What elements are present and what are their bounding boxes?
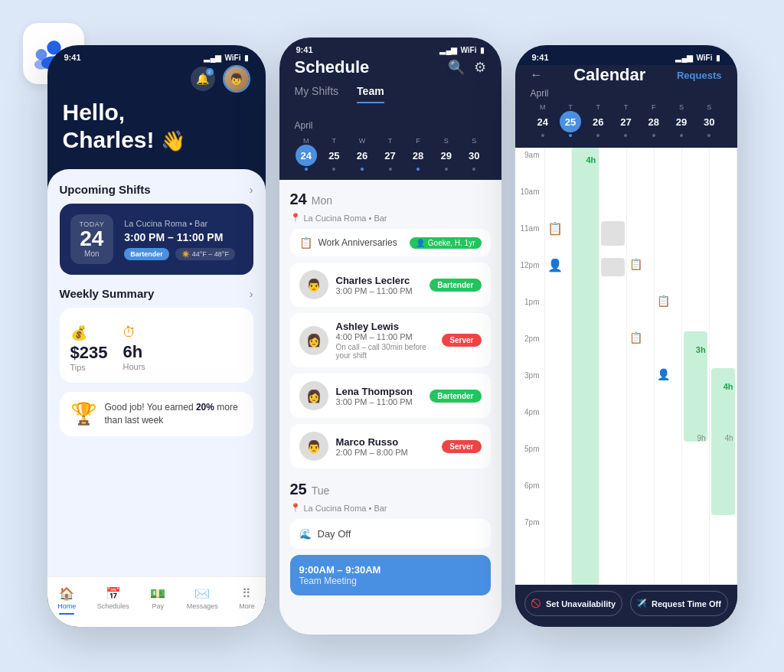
- dayoff-icon: 🌊: [299, 528, 312, 540]
- time-charles: 3:00 PM – 11:00 PM: [336, 286, 423, 295]
- time-labels: 9am 10am 11am 12pm 1pm 2pm 3pm 4pm 5pm 6…: [515, 148, 544, 585]
- date-chip-24[interactable]: M 24: [295, 137, 318, 171]
- date-chip-30[interactable]: S 30: [462, 137, 486, 171]
- month-label-2: April: [295, 120, 486, 131]
- day-num-25: 25: [290, 481, 307, 498]
- cal-bottom-btns: 🚫 Set Unavailability ✈️ Request Time Off: [515, 585, 737, 627]
- unavailability-label: Set Unavailability: [546, 599, 616, 608]
- date-strip-dates-2: M 24 T 25 W 26 T 27: [295, 137, 486, 171]
- note-ashley: On call – call 30min before your shift: [336, 343, 435, 360]
- cal-chip-29[interactable]: S 29: [669, 103, 694, 137]
- person-marco[interactable]: 👨 Marco Russo 2:00 PM – 8:00 PM Server: [290, 424, 491, 468]
- trophy-icon: 🏆: [70, 401, 97, 426]
- date-chip-28[interactable]: F 28: [407, 137, 430, 171]
- header-row: 🔔 2 👦: [63, 65, 250, 99]
- person-charles[interactable]: 👨 Charles Leclerc 3:00 PM – 11:00 PM Bar…: [290, 263, 491, 307]
- tab-team[interactable]: Team: [357, 85, 384, 103]
- hours-label: Hours: [122, 362, 145, 371]
- nav-more[interactable]: ⠿ More: [231, 583, 263, 618]
- tips-summary: 💰 $235 Tips: [70, 325, 108, 372]
- requests-button[interactable]: Requests: [677, 70, 722, 81]
- time-off-label: Request Time Off: [652, 599, 721, 608]
- user-avatar[interactable]: 👦: [223, 65, 250, 93]
- date-chip-25[interactable]: T 25: [322, 137, 346, 171]
- meeting-time: 9:00AM – 9:30AM: [299, 564, 482, 576]
- schedule-tabs: My Shifts Team: [295, 85, 486, 103]
- person-lena[interactable]: 👩 Lena Thompson 3:00 PM – 11:00 PM Barte…: [290, 374, 491, 418]
- cal-chip-25[interactable]: T 25: [558, 103, 583, 137]
- avatar-lena: 👩: [299, 381, 328, 410]
- status-bar-3: 9:41 ▂▄▆ WiFi ▮: [515, 45, 737, 65]
- name-lena: Lena Thompson: [336, 386, 423, 397]
- tips-value: $235: [70, 343, 108, 363]
- status-icons-1: ▂▄▆ WiFi ▮: [204, 54, 248, 62]
- time-1: 9:41: [64, 53, 81, 62]
- meeting-label: Team Meeting: [299, 576, 482, 586]
- upcoming-shifts-chevron[interactable]: ›: [250, 184, 253, 196]
- col-26: [599, 148, 627, 585]
- hours-summary: ⏱ 6h Hours: [122, 325, 145, 372]
- avatar-charles: 👨: [299, 270, 328, 299]
- schedule-title-row: Schedule 🔍 ⚙: [295, 57, 486, 77]
- shift-date-box: Today 24 Mon: [70, 214, 114, 264]
- tab-my-shifts[interactable]: My Shifts: [295, 85, 339, 103]
- hours-value: 6h: [122, 342, 145, 362]
- nav-pay[interactable]: 💵 Pay: [142, 583, 173, 618]
- time-off-icon: ✈️: [636, 599, 647, 608]
- shift-card[interactable]: Today 24 Mon La Cucina Roma • Bar 3:00 P…: [60, 204, 253, 275]
- name-marco: Marco Russo: [336, 436, 435, 448]
- nav-pay-label: Pay: [152, 602, 164, 610]
- time-lena: 3:00 PM – 11:00 PM: [336, 397, 423, 406]
- shift-location: La Cucina Roma • Bar: [124, 219, 242, 228]
- role-marco: Server: [442, 440, 481, 453]
- anniversary-badge: 👤 Goeke, H. 1yr: [410, 237, 482, 249]
- date-chip-29[interactable]: S 29: [434, 137, 458, 171]
- nav-schedules-label: Schedules: [97, 602, 129, 610]
- messages-nav-icon: ✉️: [194, 586, 210, 601]
- time-12pm: 12pm: [515, 261, 544, 298]
- venue-25: 📍 La Cucina Roma • Bar: [290, 503, 491, 513]
- info-lena: Lena Thompson 3:00 PM – 11:00 PM: [336, 386, 423, 406]
- home-nav-icon: 🏠: [59, 586, 74, 601]
- weekly-chevron[interactable]: ›: [250, 288, 253, 300]
- cal-chip-30[interactable]: S 30: [697, 103, 721, 137]
- avatar-marco: 👨: [299, 432, 328, 461]
- name-charles: Charles Leclerc: [336, 275, 423, 286]
- person-ashley[interactable]: 👩 Ashley Lewis 4:00 PM – 11:00 PM On cal…: [290, 313, 491, 367]
- role-lena: Bartender: [430, 390, 481, 403]
- time-grid: 9am 10am 11am 12pm 1pm 2pm 3pm 4pm 5pm 6…: [515, 148, 737, 585]
- date-chip-26[interactable]: W 26: [351, 137, 374, 171]
- filter-icon[interactable]: ⚙: [474, 59, 486, 76]
- back-button[interactable]: ←: [531, 68, 543, 82]
- nav-schedules[interactable]: 📅 Schedules: [90, 583, 137, 618]
- upcoming-shifts-title: Upcoming Shifts: [60, 183, 151, 196]
- time-4pm: 4pm: [515, 408, 544, 445]
- summary-card: 💰 $235 Tips ⏱ 6h Hours: [60, 308, 253, 383]
- dayoff-label: Day Off: [318, 528, 351, 540]
- cal-chip-26[interactable]: T 26: [586, 103, 610, 137]
- pay-nav-icon: 💵: [150, 586, 165, 601]
- nav-messages[interactable]: ✉️ Messages: [179, 583, 226, 618]
- date-chip-27[interactable]: T 27: [378, 137, 402, 171]
- notif-badge: 2: [206, 68, 214, 76]
- nav-more-label: More: [239, 602, 255, 610]
- set-unavailability-btn[interactable]: 🚫 Set Unavailability: [524, 591, 622, 616]
- time-3: 9:41: [532, 53, 549, 62]
- col-24: 📋 👤: [545, 148, 573, 585]
- phone-calendar: 9:41 ▂▄▆ WiFi ▮ ← Calendar Requests Apri…: [515, 45, 737, 627]
- grid-columns: 📋 👤 4h 📋 📋: [544, 148, 737, 585]
- time-ashley: 4:00 PM – 11:00 PM: [336, 332, 435, 341]
- cal-chip-27[interactable]: T 27: [613, 103, 638, 137]
- home-body: Upcoming Shifts › Today 24 Mon La Cucina…: [47, 169, 266, 576]
- cal-chip-28[interactable]: F 28: [642, 103, 666, 137]
- nav-home[interactable]: 🏠 Home: [50, 583, 83, 618]
- request-time-off-btn[interactable]: ✈️ Request Time Off: [630, 591, 728, 616]
- more-nav-icon: ⠿: [242, 586, 251, 601]
- time-3pm: 3pm: [515, 371, 544, 408]
- cal-chip-24[interactable]: M 24: [531, 103, 555, 137]
- notification-icon[interactable]: 🔔 2: [191, 67, 215, 91]
- shift-badges: Bartender ☀️ 44°F – 48°F: [124, 248, 242, 260]
- meeting-card[interactable]: 9:00AM – 9:30AM Team Meeting: [290, 555, 491, 595]
- tips-icon: 💰: [70, 325, 108, 341]
- search-icon[interactable]: 🔍: [448, 59, 465, 76]
